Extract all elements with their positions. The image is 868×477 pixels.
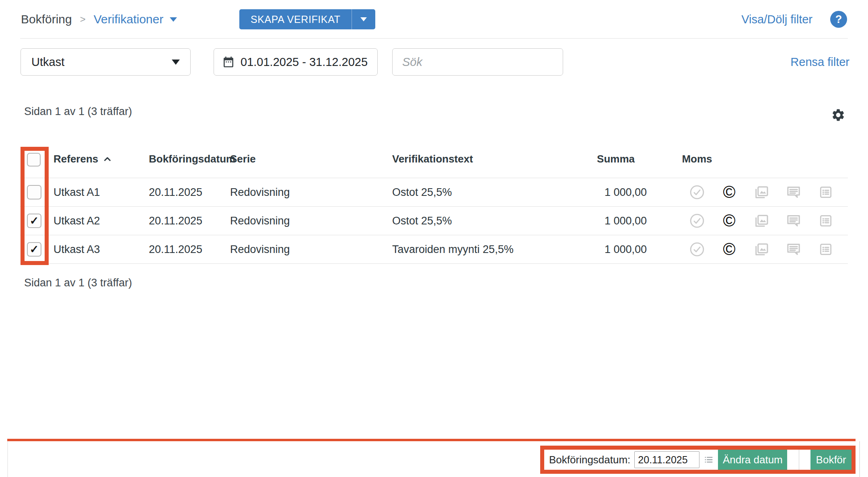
search-box: [392, 48, 563, 76]
date-range-value: 01.01.2025 - 31.12.2025: [241, 56, 368, 69]
date-list-icon[interactable]: [699, 450, 718, 470]
verifications-page: Bokföring > Verifikationer SKAPA VERIFIK…: [0, 0, 868, 477]
create-voucher-split-button: SKAPA VERIFIKAT: [239, 9, 375, 29]
footer-gap: [787, 450, 810, 470]
comment-icon[interactable]: [777, 241, 810, 257]
header-divider: [20, 38, 848, 39]
footer-action-bar: Bokföringsdatum: Ändra datum Bokför: [540, 446, 856, 474]
cell-summa: 1 000,00: [567, 215, 647, 227]
create-voucher-dropdown-button[interactable]: [352, 9, 375, 29]
row-checkbox[interactable]: [27, 185, 41, 199]
column-header-summa[interactable]: Summa: [567, 153, 647, 165]
table-row[interactable]: Utkast A3 20.11.2025 Redovisning Tavaroi…: [20, 235, 848, 264]
comment-icon[interactable]: [777, 213, 810, 229]
post-button[interactable]: Bokför: [810, 450, 852, 470]
search-input[interactable]: [393, 49, 563, 75]
column-header-bokforingsdatum[interactable]: Bokföringsdatum: [149, 153, 230, 165]
footer-left-edge: [7, 441, 8, 477]
copyright-icon[interactable]: ©: [723, 184, 736, 201]
cell-verifikationstext: Tavaroiden myynti 25,5%: [392, 243, 567, 256]
cell-serie: Redovisning: [230, 243, 392, 256]
dropdown-caret-icon: [172, 60, 180, 65]
status-filter-value: Utkast: [31, 56, 64, 69]
cell-serie: Redovisning: [230, 215, 392, 227]
cell-bokforingsdatum: 20.11.2025: [149, 215, 230, 227]
table-header-row: Referens Bokföringsdatum Serie Verifikat…: [20, 148, 848, 178]
check-circle-icon[interactable]: [681, 185, 713, 200]
column-header-moms[interactable]: Moms: [681, 153, 713, 165]
cell-bokforingsdatum: 20.11.2025: [149, 243, 230, 256]
sort-ascending-icon: [103, 155, 112, 164]
breadcrumb: Bokföring > Verifikationer: [21, 0, 177, 39]
clear-filter-link[interactable]: Rensa filter: [790, 56, 849, 69]
date-range-picker[interactable]: 01.01.2025 - 31.12.2025: [214, 48, 378, 76]
cell-summa: 1 000,00: [567, 186, 647, 199]
change-date-button[interactable]: Ändra datum: [718, 450, 787, 470]
posting-date-label: Bokföringsdatum:: [544, 450, 634, 470]
topbar-right: Visa/Dölj filter ?: [741, 0, 847, 39]
breadcrumb-current[interactable]: Verifikationer: [94, 12, 163, 26]
toggle-filter-link[interactable]: Visa/Dölj filter: [741, 13, 812, 26]
row-checkbox[interactable]: [27, 214, 41, 228]
help-icon[interactable]: ?: [830, 11, 847, 28]
breadcrumb-separator: >: [80, 14, 86, 25]
footer-right-edge: [859, 441, 860, 477]
table-row[interactable]: Utkast A1 20.11.2025 Redovisning Ostot 2…: [20, 178, 848, 207]
copyright-icon[interactable]: ©: [723, 241, 736, 258]
cell-summa: 1 000,00: [567, 243, 647, 256]
breadcrumb-root[interactable]: Bokföring: [21, 12, 72, 26]
cell-bokforingsdatum: 20.11.2025: [149, 186, 230, 199]
list-icon[interactable]: [810, 242, 842, 257]
check-circle-icon[interactable]: [681, 242, 713, 257]
calendar-icon: [222, 56, 235, 68]
image-icon[interactable]: [745, 184, 777, 200]
page-info-top: Sidan 1 av 1 (3 träffar): [24, 105, 132, 118]
chevron-down-icon[interactable]: [170, 17, 177, 22]
gear-icon[interactable]: [831, 108, 845, 122]
list-icon[interactable]: [810, 185, 842, 200]
cell-verifikationstext: Ostot 25,5%: [392, 186, 567, 199]
row-checkbox[interactable]: [27, 242, 41, 257]
cell-serie: Redovisning: [230, 186, 392, 199]
comment-icon[interactable]: [777, 184, 810, 200]
chevron-down-icon: [360, 17, 367, 21]
cell-referens[interactable]: Utkast A3: [49, 243, 149, 256]
column-header-referens[interactable]: Referens: [49, 153, 149, 165]
column-header-serie[interactable]: Serie: [230, 153, 392, 165]
list-icon[interactable]: [810, 213, 842, 228]
table-row[interactable]: Utkast A2 20.11.2025 Redovisning Ostot 2…: [20, 207, 848, 235]
select-all-checkbox[interactable]: [27, 153, 41, 167]
create-voucher-button[interactable]: SKAPA VERIFIKAT: [239, 9, 352, 29]
cell-referens[interactable]: Utkast A2: [49, 215, 149, 227]
copyright-icon[interactable]: ©: [723, 212, 736, 229]
image-icon[interactable]: [745, 241, 777, 257]
image-icon[interactable]: [745, 213, 777, 229]
page-info-bottom: Sidan 1 av 1 (3 träffar): [24, 277, 132, 289]
check-circle-icon[interactable]: [681, 213, 713, 228]
footer-highlight-line: [7, 439, 856, 441]
status-filter-dropdown[interactable]: Utkast: [21, 48, 191, 76]
posting-date-input[interactable]: [634, 451, 699, 468]
vouchers-table: Referens Bokföringsdatum Serie Verifikat…: [20, 148, 848, 264]
column-header-verifikationstext[interactable]: Verifikationstext: [392, 153, 567, 165]
cell-referens[interactable]: Utkast A1: [49, 186, 149, 199]
cell-verifikationstext: Ostot 25,5%: [392, 215, 567, 227]
